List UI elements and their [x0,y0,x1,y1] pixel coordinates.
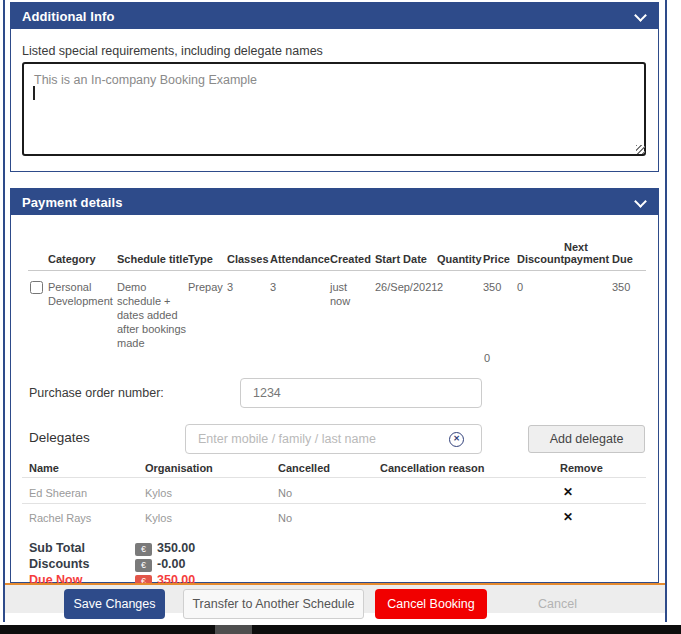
euro-badge-icon: € [135,543,152,556]
chevron-down-icon[interactable] [636,11,644,19]
delegate-col-cancellation-reason: Cancellation reason [380,462,485,474]
subtotal-value: 350.00 [157,541,195,555]
cell-created: just now [330,280,356,308]
col-header-created: Created [330,253,371,265]
discounts-value: -0.00 [157,557,186,571]
remove-delegate-icon[interactable]: ✕ [563,510,573,524]
payment-details-title: Payment details [22,195,123,210]
col-header-discount: Discount [517,253,564,265]
cell-classes: 3 [227,280,233,294]
cell-category: Personal Development [48,280,114,308]
save-changes-button[interactable]: Save Changes [64,589,165,619]
payment-details-header[interactable]: Payment details [11,189,658,215]
requirements-textarea[interactable]: This is an In-company Booking Example [22,62,646,156]
delegate-cancelled: No [278,511,292,525]
delegate-divider [22,503,646,504]
horizontal-scrollbar-thumb[interactable] [215,625,252,634]
payment-row-checkbox[interactable] [30,281,43,294]
euro-badge-icon: € [135,559,152,572]
cell-schedule: Demo schedule + dates added after bookin… [117,280,187,350]
cell-quantity: 2 [437,280,443,294]
col-header-price: Price [483,253,510,265]
delegate-organisation: Kylos [145,486,172,500]
col-header-schedule: Schedule title [117,253,189,265]
textarea-resize-handle[interactable] [636,145,645,154]
delegate-col-remove: Remove [560,462,603,474]
cell-type: Prepay [188,280,223,294]
delegate-organisation: Kylos [145,511,172,525]
col-header-classes: Classes [227,253,269,265]
delegates-label: Delegates [29,430,90,445]
col-header-quantity: Quantity [437,253,482,265]
col-header-next-payment: Next payment [564,241,612,265]
delegate-name: Rachel Rays [29,511,91,525]
transfer-schedule-button[interactable]: Transfer to Another Schedule [183,589,364,619]
modal-left-border [3,0,5,622]
cell-discount: 0 [517,280,523,294]
col-header-category: Category [48,253,96,265]
remove-delegate-icon[interactable]: ✕ [563,485,573,499]
subtotal-label: Sub Total [29,541,85,555]
delegate-col-name: Name [29,462,59,474]
col-header-due: Due [612,253,633,265]
cell-due: 350 [612,280,630,294]
delegate-name: Ed Sheeran [29,486,87,500]
delegate-divider [22,477,646,478]
delegate-cancelled: No [278,486,292,500]
table-footer-total: 0 [484,351,490,365]
col-header-type: Type [188,253,213,265]
additional-info-header[interactable]: Additional Info [11,3,658,29]
chevron-down-icon[interactable] [636,197,644,205]
horizontal-scrollbar-track[interactable] [0,625,681,634]
col-header-start-date: Start Date [375,253,427,265]
delegate-col-cancelled: Cancelled [278,462,330,474]
text-cursor [33,86,35,100]
table-header-divider [28,270,646,271]
cell-price: 350 [483,280,501,294]
col-header-attendance: Attendance [270,253,330,265]
discounts-label: Discounts [29,557,89,571]
cell-start-date: 26/Sep/2021 [375,280,437,294]
modal-right-border [665,0,667,622]
clear-search-icon[interactable]: ✕ [449,432,464,447]
delegate-col-organisation: Organisation [145,462,213,474]
booking-modal-page: Additional Info Listed special requireme… [0,0,681,634]
requirements-label: Listed special requirements, including d… [22,44,323,58]
cancel-booking-button[interactable]: Cancel Booking [375,589,487,619]
additional-info-title: Additional Info [22,9,114,24]
cancel-button[interactable]: Cancel [505,589,610,619]
cell-attendance: 3 [270,280,276,294]
purchase-order-label: Purchase order number: [29,386,164,400]
add-delegate-button[interactable]: Add delegate [528,425,645,453]
purchase-order-input[interactable] [240,378,482,408]
delegate-search-input[interactable] [185,424,482,454]
